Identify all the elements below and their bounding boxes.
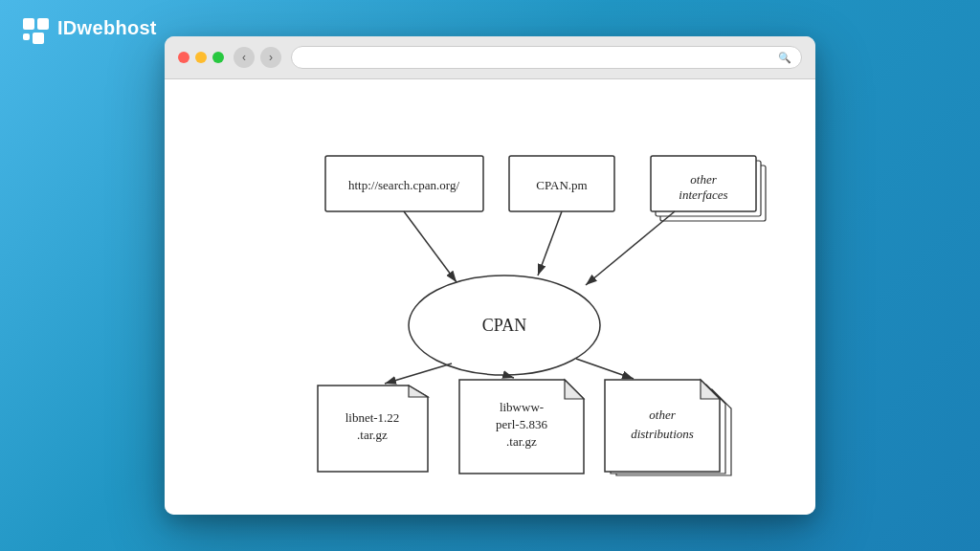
minimize-button[interactable] [195,52,207,63]
search-cpan-text: http://search.cpan.org/ [348,178,459,192]
nav-buttons: ‹ › [234,47,281,68]
arrow-cpan-to-libnet [385,364,452,384]
arrow-search-to-cpan [404,211,457,282]
diagram-svg: other interfaces http://search.cpan.org/… [184,99,796,504]
cpan-pm-text: CPAN.pm [536,178,587,192]
libnet-text-line2: .tar.gz [357,428,388,442]
cpan-text: CPAN [482,316,526,335]
logo-icon [23,18,50,39]
browser-chrome: ‹ › 🔍 [165,36,815,79]
libwww-text-line1: libwww- [500,400,544,414]
other-interfaces-text-line1: other [690,172,717,187]
logo-sq2 [37,18,49,30]
diagram: other interfaces http://search.cpan.org/… [184,99,796,504]
browser-window: ‹ › 🔍 other [165,36,815,515]
libwww-text-line3: .tar.gz [506,434,537,449]
libnet-fold [409,386,428,397]
arrow-other-iface-to-cpan [586,211,675,285]
libwww-text-line2: perl-5.836 [496,417,547,431]
other-dist-text-line2: distributions [631,427,694,441]
other-dist-text-line1: other [649,408,676,422]
logo-text: IDwebhost [57,17,157,39]
logo-sq1 [23,18,34,30]
back-button[interactable]: ‹ [234,47,255,68]
close-button[interactable] [178,52,189,63]
address-bar[interactable]: 🔍 [291,46,802,69]
traffic-lights [178,52,224,63]
libnet-text-line1: libnet-1.22 [345,410,400,425]
forward-button[interactable]: › [260,47,281,68]
browser-content: other interfaces http://search.cpan.org/… [165,79,815,515]
arrow-cpan-pm-to-cpan [538,211,562,276]
logo-sq3 [23,33,30,40]
arrow-cpan-to-other-dist [576,359,634,379]
other-dist-fold [701,380,720,399]
libwww-fold [565,380,584,399]
maximize-button[interactable] [212,52,224,63]
other-interfaces-text-line2: interfaces [679,187,727,202]
search-icon: 🔍 [778,52,791,64]
logo-area: IDwebhost [23,17,157,39]
logo-sq4 [33,33,44,44]
